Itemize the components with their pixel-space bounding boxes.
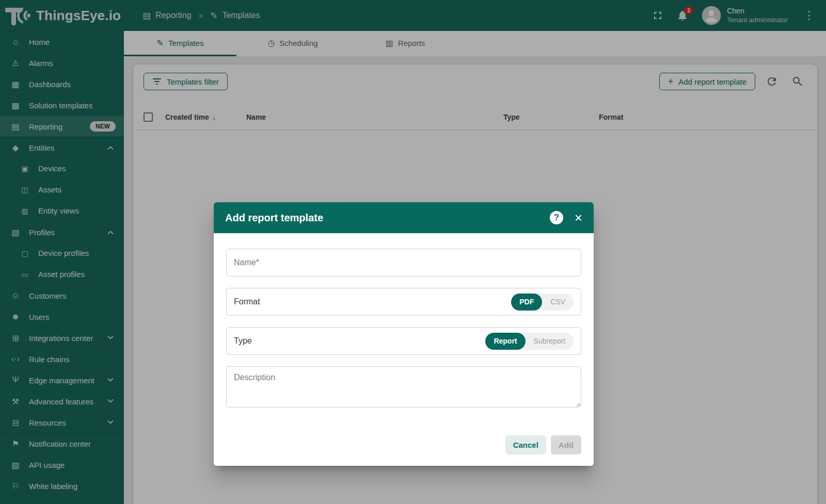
add-report-template-dialog: Add report template ? × Format PDF CSV T… [214,202,594,466]
format-label: Format [234,297,260,306]
dialog-footer: Cancel Add [214,435,594,454]
dialog-body: Format PDF CSV Type Report Subreport [214,233,594,410]
type-field: Type Report Subreport [226,327,581,355]
description-textarea[interactable] [226,366,581,408]
format-field: Format PDF CSV [226,288,581,316]
type-option-subreport[interactable]: Subreport [526,333,574,350]
help-icon: ? [554,213,559,222]
dialog-title: Add report template [225,212,323,224]
close-icon: × [575,210,582,225]
cancel-button[interactable]: Cancel [505,435,546,454]
close-button[interactable]: × [575,211,582,224]
format-option-csv[interactable]: CSV [542,294,574,311]
dialog-header: Add report template ? × [214,202,594,233]
help-button[interactable]: ? [550,211,563,224]
name-field-wrap [226,249,581,277]
format-toggle: PDF CSV [511,294,574,311]
name-input[interactable] [234,258,574,267]
type-toggle: Report Subreport [485,333,574,350]
add-button[interactable]: Add [551,435,581,454]
format-option-pdf[interactable]: PDF [511,294,542,311]
type-label: Type [234,336,252,346]
type-option-report[interactable]: Report [485,333,525,350]
